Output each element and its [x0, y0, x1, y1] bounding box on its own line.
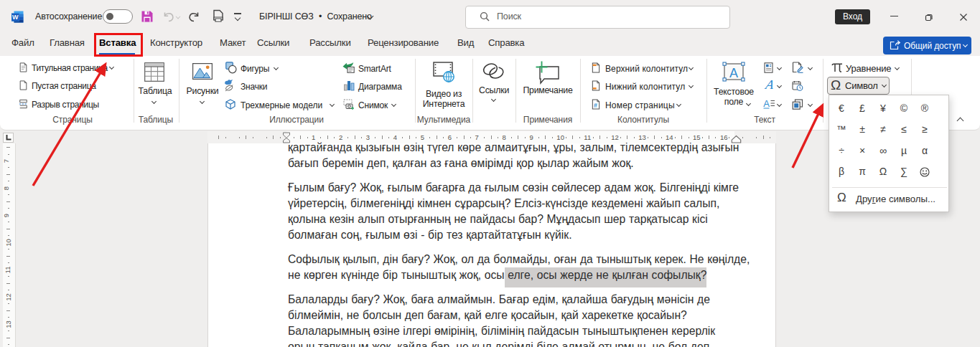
svg-text:#: # [594, 102, 597, 109]
svg-text:W: W [12, 14, 19, 21]
svg-text:A: A [729, 66, 738, 80]
svg-text:А: А [763, 99, 770, 109]
svg-text:A: A [764, 78, 776, 91]
